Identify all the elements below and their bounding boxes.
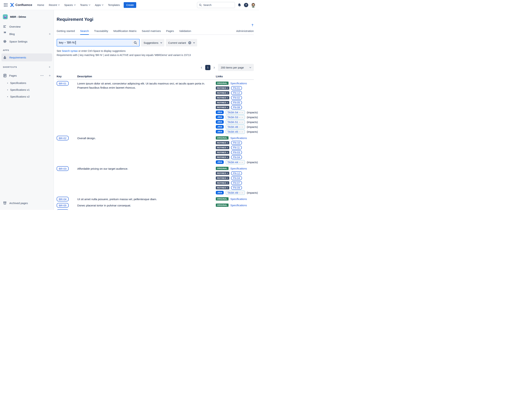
original-page-link[interactable]: Specifications — [230, 167, 247, 170]
refines-badge: REFINES > — [216, 141, 229, 144]
refined-requirement-lozenge[interactable]: FN-01 — [231, 86, 242, 90]
nav-item-apps[interactable]: Apps — [93, 2, 105, 8]
current-page-button[interactable]: 1 — [205, 65, 210, 70]
refined-requirement-lozenge[interactable]: FN-12 — [231, 91, 242, 95]
refines-badge: REFINES > — [216, 151, 229, 154]
help-icon[interactable]: ? — [244, 3, 248, 7]
original-page-link[interactable]: Specifications — [230, 204, 247, 207]
variant-dropdown[interactable]: Current variant × — [166, 39, 197, 46]
page-tree-item-specifications[interactable]: •Specifications — [0, 80, 54, 86]
link-original: ORIGINALSpecifications — [216, 166, 254, 170]
ry-help-link[interactable]: ? — [252, 24, 253, 27]
requirement-key-lozenge[interactable]: BR-04 — [57, 197, 69, 201]
pages-more-button[interactable]: ••• — [40, 74, 44, 77]
impacts-label: (impacts) — [247, 111, 258, 114]
space-header[interactable]: MBR - Démo — [0, 13, 54, 23]
clear-x-icon[interactable]: × — [188, 41, 191, 44]
sidebar-nav: Overview”Blog+Space Settings — [0, 23, 54, 45]
main-content: ? Requirement Yogi Getting startedSearch… — [54, 10, 259, 210]
notification-bell-icon[interactable] — [237, 3, 241, 7]
tab-getting-started[interactable]: Getting started — [57, 30, 75, 34]
jira-issue-lozenge[interactable]: TASK-46- - — [225, 125, 245, 129]
link-original: ORIGINALSpecifications — [216, 203, 254, 207]
refined-requirement-lozenge[interactable]: FN-02 — [231, 96, 242, 100]
top-nav-items: HomeRecentSpacesTeamsAppsTemplates — [36, 2, 122, 8]
jira-issue-lozenge[interactable]: TASK-49- - — [225, 190, 245, 195]
requirement-key-lozenge[interactable]: BR-01 — [57, 81, 69, 86]
links-cell: ORIGINALSpecificationsREFINES >FN-12REFI… — [216, 166, 254, 195]
requirement-key-lozenge[interactable]: BR-05 — [57, 203, 69, 208]
chevron-down-icon — [74, 4, 76, 6]
table-row: BR-04Ut sit amet nulla posuere, pretium … — [57, 195, 254, 202]
original-page-link[interactable]: Specifications — [230, 82, 247, 85]
impacts-label: (impacts) — [247, 191, 258, 194]
search-query-value: key ~ 'BR-%' — [59, 41, 75, 44]
sidebar-item-blog[interactable]: ”Blog+ — [0, 30, 54, 38]
jira-issue-lozenge[interactable]: TASK-54- - — [225, 110, 245, 115]
refined-requirement-lozenge[interactable]: FN-04 — [231, 176, 242, 180]
refined-requirement-lozenge[interactable]: FN-09 — [231, 186, 242, 190]
next-page-button[interactable]: › — [213, 66, 215, 69]
refined-requirement-lozenge[interactable]: FN-03 — [231, 150, 242, 154]
nav-item-templates[interactable]: Templates — [106, 2, 122, 8]
tab-modification-matrix[interactable]: Modification Matrix — [113, 30, 136, 34]
sidebar-item-pages[interactable]: Pages ••• + — [0, 72, 54, 80]
jira-issue-lozenge[interactable]: TASK-44- - — [225, 160, 245, 165]
link-refines: REFINES >FN-12 — [216, 171, 254, 175]
requirements-search-input[interactable]: key ~ 'BR-%' — [57, 39, 140, 46]
tab-validation[interactable]: Validation — [179, 30, 191, 34]
overview-icon — [3, 25, 7, 28]
global-search[interactable] — [197, 2, 235, 8]
requirement-key-lozenge[interactable]: BR-03 — [57, 166, 69, 171]
page-tree-item-specifications-v2[interactable]: •Specifications v2 — [0, 93, 54, 100]
sidebar-item-requirements[interactable]: Requirements — [1, 53, 52, 61]
avatar[interactable] — [251, 2, 256, 8]
search-syntax-link[interactable]: Search syntax — [62, 50, 78, 52]
refines-badge: REFINES > — [216, 91, 229, 95]
jira-issue-lozenge[interactable]: TASK-53- - — [225, 115, 245, 120]
sidebar-item-archived-pages[interactable]: Archived pages — [0, 199, 54, 207]
confluence-home-link[interactable]: Confluence — [10, 3, 32, 7]
tab-saved-matrixes[interactable]: Saved matrixes — [142, 30, 161, 34]
refined-requirement-lozenge[interactable]: FN-08 — [231, 105, 242, 109]
impacts-label: (impacts) — [247, 130, 258, 133]
tab-pages[interactable]: Pages — [166, 30, 174, 34]
tab-administration[interactable]: Administration — [236, 30, 254, 34]
refined-requirement-lozenge[interactable]: FN-04 — [231, 155, 242, 159]
requirement-key-lozenge[interactable]: BR-02 — [57, 136, 69, 140]
items-per-page-dropdown[interactable]: 200 items per page — [218, 64, 254, 71]
nav-item-teams[interactable]: Teams — [78, 2, 92, 8]
jira-issue-lozenge[interactable]: TASK-51- - — [225, 120, 245, 124]
global-search-input[interactable] — [203, 4, 231, 7]
jira-issue-lozenge[interactable]: TASK-45- - — [225, 129, 245, 134]
original-page-link[interactable]: Specifications — [230, 136, 247, 140]
apps-grid-icon[interactable] — [2, 2, 9, 8]
requirement-key-lozenge[interactable]: BR-06 — [57, 209, 69, 210]
nav-item-recent[interactable]: Recent — [47, 2, 61, 8]
tab-search[interactable]: Search — [80, 30, 89, 34]
refined-requirement-lozenge[interactable]: FN-07 — [231, 181, 242, 185]
suggestions-dropdown[interactable]: Suggestions — [141, 39, 164, 46]
nav-item-home[interactable]: Home — [36, 2, 46, 8]
link-refines: REFINES >FN-03 — [216, 150, 254, 154]
prev-page-button[interactable]: ‹ — [200, 66, 203, 69]
refined-requirement-lozenge[interactable]: FN-11 — [231, 146, 242, 150]
create-button[interactable]: Create — [124, 2, 136, 8]
nav-item-spaces[interactable]: Spaces — [62, 2, 77, 8]
space-avatar-icon — [3, 14, 8, 19]
refined-requirement-lozenge[interactable]: FN-05 — [231, 101, 242, 105]
add-shortcut-button[interactable]: + — [49, 65, 51, 69]
link-refines: REFINES >FN-02 — [216, 96, 254, 100]
link-refines: REFINES >FN-11 — [216, 146, 254, 150]
page-tree-item-specifications-v1[interactable]: •Specifications v1 — [0, 86, 54, 93]
original-page-link[interactable]: Specifications — [230, 197, 247, 201]
tab-traceability[interactable]: Traceability — [94, 30, 108, 34]
link-jira: JIRATASK-51- -(impacts) — [216, 120, 254, 124]
add-blog-button[interactable]: + — [49, 32, 51, 36]
refined-requirement-lozenge[interactable]: FN-12 — [231, 171, 242, 175]
sidebar-item-space-settings[interactable]: Space Settings — [0, 38, 54, 45]
run-search-button[interactable] — [132, 40, 139, 45]
sidebar-item-overview[interactable]: Overview — [0, 23, 54, 30]
refined-requirement-lozenge[interactable]: FN-10 — [231, 141, 242, 145]
add-page-button[interactable]: + — [49, 74, 51, 77]
